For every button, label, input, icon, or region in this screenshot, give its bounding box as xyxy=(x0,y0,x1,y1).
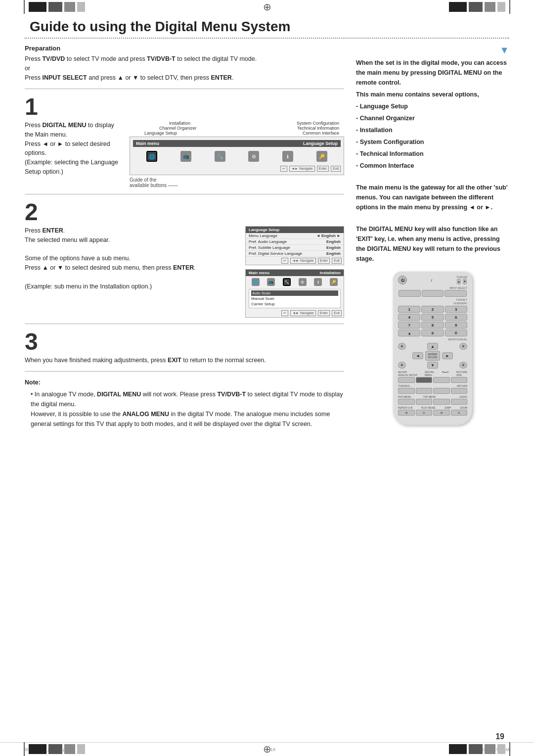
nav-left-btn[interactable]: ◄ xyxy=(412,352,423,359)
small-btn-row-2 xyxy=(398,388,467,394)
install-nav-enter: Enter xyxy=(318,310,330,316)
tv-dvd-btn-1[interactable]: ▲ xyxy=(457,279,461,284)
nav-btn-navigate: ◄► Navigate xyxy=(289,166,314,172)
label-language: Language Setup xyxy=(144,131,177,136)
audio-btn[interactable] xyxy=(451,399,468,405)
small-btn-row-4: ⊞ ⊡ ⊞ ⊡ xyxy=(398,410,467,416)
step3-section: 3 When you have finished making adjustme… xyxy=(25,330,344,365)
lang-nav: ↩ ◄► Navigate Enter Exit xyxy=(246,257,344,265)
right-p6: - System Configuration xyxy=(356,137,509,147)
entry-cancel-label: ENTRY/CANCEL xyxy=(398,338,467,341)
install-nav-back: ↩ xyxy=(281,310,288,316)
install-nav-exit: Exit xyxy=(332,310,342,316)
submenu-item-3: Carrier Setup xyxy=(251,301,338,307)
num-1[interactable]: 1 xyxy=(398,306,420,313)
num-7[interactable]: 7 xyxy=(398,322,420,329)
label-channel-org: Channel Organizer xyxy=(159,126,197,131)
preparation-section: Preparation Press TV/DVD to select TV mo… xyxy=(25,45,344,83)
num-5[interactable]: 5 xyxy=(421,314,444,321)
enter-chlist-btn[interactable]: ENTER/CH LIST xyxy=(425,351,440,361)
menu-labels: Installation System Configuration Channe… xyxy=(130,121,344,136)
icon-common: 🔑 xyxy=(316,151,327,162)
nav-down-btn[interactable]: ▼ xyxy=(427,362,438,369)
input-btn-3[interactable] xyxy=(445,290,467,297)
main-layout: Preparation Press TV/DVD to select TV mo… xyxy=(25,45,509,429)
num-3[interactable]: 3 xyxy=(445,306,467,313)
input-btn-1[interactable] xyxy=(399,290,421,297)
num-hash[interactable]: ® xyxy=(445,330,467,336)
nav-up-btn[interactable]: ▲ xyxy=(427,343,438,350)
preparation-text1: Press TV/DVD to select TV mode and press… xyxy=(25,54,344,64)
icon-sysconfig: ⚙ xyxy=(248,151,259,162)
step1-diagram: Installation System Configuration Channe… xyxy=(130,121,344,188)
label-system-config: System Configuration xyxy=(297,121,339,126)
header-bar: ⊕ xyxy=(0,0,534,14)
num-9[interactable]: 9 xyxy=(445,322,467,329)
input-btn-2[interactable] xyxy=(422,290,444,297)
row-labels-2: TV/RADIO RETURN xyxy=(398,384,467,387)
install-screen: Main menu Installation 🌐 📺 🔧 ⚙ ℹ 🔑 xyxy=(245,269,344,318)
btn-blank-2[interactable] xyxy=(433,388,450,394)
page-wrapper: Guide to using the Digital Menu System P… xyxy=(25,14,509,429)
p-up-btn[interactable]: ⊕ xyxy=(398,343,406,350)
btn-blank-1[interactable] xyxy=(416,388,433,394)
menu-screen: Main menu Language Setup 🌐 📺 xyxy=(130,137,344,175)
right-p5: - Installation xyxy=(356,125,509,135)
nav-middle-row: ◄ ENTER/CH LIST ► xyxy=(398,351,467,361)
lang-row-1: Menu Language ◄ English ► xyxy=(246,233,344,239)
menu-screen-icons: 🌐 📺 🔧 ⚙ xyxy=(133,149,341,164)
note-title: Note: xyxy=(25,378,344,387)
power-button[interactable]: ⏻ xyxy=(398,276,407,284)
lang-nav-exit: Exit xyxy=(332,258,342,264)
audio-label: AUDIO xyxy=(459,395,467,398)
note-item-1: • In analogue TV mode, DIGITAL MENU will… xyxy=(31,389,344,409)
num-2[interactable]: 2 xyxy=(421,306,444,313)
install-icon-3: 🔧 xyxy=(283,278,291,286)
tv-dvb-t-label-row: TV/DVB-T GUIDE/EPG xyxy=(398,298,467,305)
i-button[interactable]: i xyxy=(431,278,432,283)
repeat-ab-btn[interactable]: ⊞ xyxy=(398,410,415,416)
install-icon-2: 📺 xyxy=(267,278,275,286)
step2-screens: Language Setup Menu Language ◄ English ►… xyxy=(245,226,344,318)
num-0[interactable]: 0 xyxy=(421,330,444,336)
num-8[interactable]: 8 xyxy=(421,322,444,329)
label-installation: Installation xyxy=(169,121,190,126)
setup-btn[interactable] xyxy=(398,377,415,383)
picture-size-btn[interactable] xyxy=(451,377,468,383)
install-nav: ↩ ◄► Navigate Enter Exit xyxy=(246,309,344,317)
tv-radio-btn[interactable] xyxy=(398,388,415,394)
p-p-btn[interactable] xyxy=(433,377,450,383)
step1-content: Press DIGITAL MENU to display the Main m… xyxy=(25,121,344,188)
language-setup-screen: Language Setup Menu Language ◄ English ►… xyxy=(245,226,344,265)
num-star[interactable]: ⁎ xyxy=(398,330,420,336)
note-section: Note: • In analogue TV mode, DIGITAL MEN… xyxy=(25,378,344,429)
row-labels-1: SETUP/ANALOG SETUP DIGITALMENU P⟵P PICTU… xyxy=(398,371,467,377)
return-btn[interactable] xyxy=(451,388,468,394)
right-info-box: When the set is in the digital mode, you… xyxy=(356,58,509,264)
dvd-menu-btn[interactable] xyxy=(398,399,415,405)
install-title-left: Main menu xyxy=(249,271,269,275)
label-tech-info: Technical Information xyxy=(297,126,339,131)
btn-blank-3[interactable] xyxy=(433,399,450,405)
jump-btn[interactable]: ⊞ xyxy=(433,410,450,416)
nav-right-btn[interactable]: ► xyxy=(442,352,453,359)
icon-install: 🔧 xyxy=(215,151,225,162)
num-6[interactable]: 6 xyxy=(445,314,467,321)
menu-nav: ↩ ◄► Navigate Enter Exit xyxy=(133,166,341,172)
p-down-right[interactable]: ⊕ xyxy=(459,362,467,369)
install-icons: 🌐 📺 🔧 ⚙ ℹ 🔑 xyxy=(246,276,344,288)
play-mode-btn[interactable]: ⊡ xyxy=(416,410,433,416)
top-menu-btn[interactable] xyxy=(416,399,433,405)
p-down-left[interactable]: ⊕ xyxy=(398,362,406,369)
zoom-btn[interactable]: ⊡ xyxy=(451,410,468,416)
digital-menu-btn[interactable] xyxy=(416,377,433,383)
right-p2: This main menu contains several options, xyxy=(356,90,509,99)
digital-menu-label: DIGITALMENU xyxy=(425,371,434,377)
small-btn-row-1 xyxy=(398,377,467,383)
tv-dvd-btn-2[interactable]: ▼ xyxy=(463,279,467,284)
install-icon-4: ⚙ xyxy=(299,278,307,286)
p-up-right[interactable]: ⊕ xyxy=(459,343,467,350)
p-p-label: P⟵P xyxy=(442,371,449,377)
num-4[interactable]: 4 xyxy=(398,314,420,321)
small-btn-row-3 xyxy=(398,399,467,405)
